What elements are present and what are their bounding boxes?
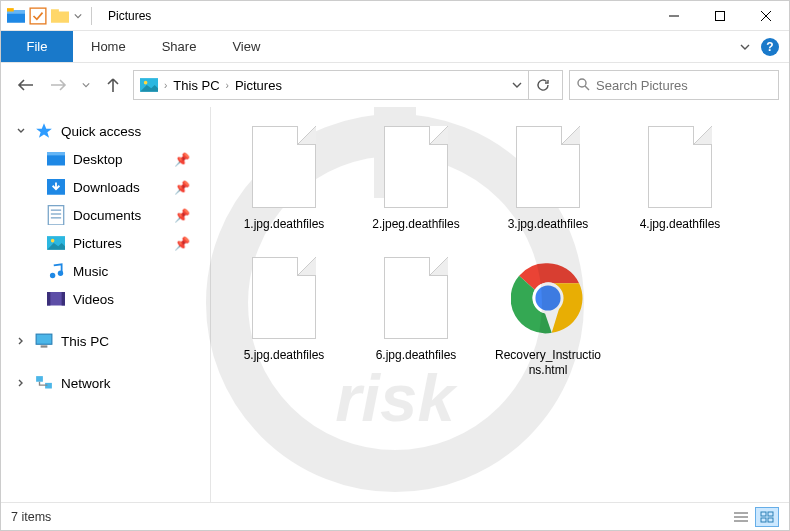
status-bar: 7 items <box>1 502 789 530</box>
ribbon: File Home Share View ? <box>1 31 789 63</box>
file-item[interactable]: 4.jpg.deathfiles <box>625 121 735 232</box>
file-name-label: 2.jpeg.deathfiles <box>372 217 459 232</box>
blank-file-icon <box>379 252 453 344</box>
ribbon-expand-icon[interactable] <box>739 38 751 56</box>
documents-icon <box>47 207 65 223</box>
svg-line-13 <box>585 86 589 90</box>
downloads-icon <box>47 179 65 195</box>
music-icon <box>47 263 65 279</box>
quick-access-label: Quick access <box>61 124 141 139</box>
help-icon[interactable]: ? <box>761 38 779 56</box>
svg-rect-2 <box>7 8 14 11</box>
search-field[interactable] <box>596 78 772 93</box>
breadcrumb-pictures[interactable]: Pictures <box>235 78 282 93</box>
refresh-button[interactable] <box>528 71 556 99</box>
status-item-count: 7 items <box>11 510 51 524</box>
videos-icon <box>47 291 65 307</box>
details-view-button[interactable] <box>729 507 753 527</box>
file-item[interactable]: 1.jpg.deathfiles <box>229 121 339 232</box>
file-item[interactable]: 6.jpg.deathfiles <box>361 252 471 378</box>
sidebar-quick-access[interactable]: Quick access <box>1 117 210 145</box>
sidebar-item-videos[interactable]: Videos <box>1 285 210 313</box>
svg-point-37 <box>535 285 560 310</box>
svg-rect-32 <box>41 346 48 348</box>
file-list[interactable]: 1.jpg.deathfiles2.jpeg.deathfiles3.jpg.d… <box>211 107 789 502</box>
file-name-label: 4.jpg.deathfiles <box>640 217 721 232</box>
sidebar-this-pc[interactable]: This PC <box>1 327 210 355</box>
sidebar-item-music[interactable]: Music <box>1 257 210 285</box>
sidebar-item-documents[interactable]: Documents 📌 <box>1 201 210 229</box>
pin-icon: 📌 <box>174 180 190 195</box>
sidebar-network[interactable]: Network <box>1 369 210 397</box>
svg-point-25 <box>51 239 55 243</box>
sidebar-item-label: Music <box>73 264 108 279</box>
pin-icon: 📌 <box>174 152 190 167</box>
sidebar-item-desktop[interactable]: Desktop 📌 <box>1 145 210 173</box>
chrome-icon <box>511 252 585 344</box>
file-name-label: 6.jpg.deathfiles <box>376 348 457 363</box>
svg-rect-41 <box>761 512 766 516</box>
file-name-label: 1.jpg.deathfiles <box>244 217 325 232</box>
large-icons-view-button[interactable] <box>755 507 779 527</box>
blank-file-icon <box>247 121 321 213</box>
expand-icon[interactable] <box>15 378 27 388</box>
collapse-icon[interactable] <box>15 126 27 136</box>
nav-forward-button[interactable] <box>45 71 73 99</box>
address-dropdown-icon[interactable] <box>512 78 522 93</box>
svg-rect-33 <box>36 376 43 382</box>
pin-icon: 📌 <box>174 208 190 223</box>
svg-rect-20 <box>48 205 63 224</box>
nav-up-button[interactable] <box>99 71 127 99</box>
svg-rect-18 <box>47 152 65 155</box>
svg-point-11 <box>144 81 148 85</box>
sidebar-item-downloads[interactable]: Downloads 📌 <box>1 173 210 201</box>
ribbon-tab-view[interactable]: View <box>214 31 278 62</box>
minimize-button[interactable] <box>651 1 697 31</box>
blank-file-icon <box>511 121 585 213</box>
file-item[interactable]: Recovery_Instructions.html <box>493 252 603 378</box>
this-pc-label: This PC <box>61 334 109 349</box>
breadcrumb-this-pc[interactable]: This PC <box>173 78 219 93</box>
svg-rect-3 <box>30 8 46 24</box>
qat-newfolder-icon[interactable] <box>51 7 69 25</box>
qat-dropdown-icon[interactable] <box>73 7 83 25</box>
star-icon <box>35 123 53 139</box>
sidebar-item-label: Desktop <box>73 152 123 167</box>
chevron-right-icon[interactable]: › <box>164 80 167 91</box>
sidebar-item-label: Pictures <box>73 236 122 251</box>
address-bar[interactable]: › This PC › Pictures <box>133 70 563 100</box>
file-item[interactable]: 5.jpg.deathfiles <box>229 252 339 378</box>
nav-back-button[interactable] <box>11 71 39 99</box>
navigation-pane: Quick access Desktop 📌 Downloads 📌 Docum… <box>1 107 211 502</box>
svg-rect-7 <box>716 11 725 20</box>
expand-icon[interactable] <box>15 336 27 346</box>
ribbon-tab-share[interactable]: Share <box>144 31 215 62</box>
chevron-right-icon[interactable]: › <box>226 80 229 91</box>
sidebar-item-label: Videos <box>73 292 114 307</box>
sidebar-item-label: Downloads <box>73 180 140 195</box>
svg-rect-29 <box>47 292 50 306</box>
maximize-button[interactable] <box>697 1 743 31</box>
network-icon <box>35 375 53 391</box>
nav-recent-dropdown[interactable] <box>79 71 93 99</box>
sidebar-item-pictures[interactable]: Pictures 📌 <box>1 229 210 257</box>
blank-file-icon <box>247 252 321 344</box>
ribbon-file-tab[interactable]: File <box>1 31 73 62</box>
ribbon-tab-home[interactable]: Home <box>73 31 144 62</box>
blank-file-icon <box>643 121 717 213</box>
search-input[interactable] <box>569 70 779 100</box>
this-pc-icon <box>35 333 53 349</box>
close-button[interactable] <box>743 1 789 31</box>
blank-file-icon <box>379 121 453 213</box>
desktop-icon <box>47 151 65 167</box>
file-name-label: 5.jpg.deathfiles <box>244 348 325 363</box>
file-item[interactable]: 3.jpg.deathfiles <box>493 121 603 232</box>
svg-rect-31 <box>36 334 52 344</box>
file-name-label: 3.jpg.deathfiles <box>508 217 589 232</box>
svg-point-27 <box>58 271 63 276</box>
file-item[interactable]: 2.jpeg.deathfiles <box>361 121 471 232</box>
qat-properties-icon[interactable] <box>29 7 47 25</box>
pin-icon: 📌 <box>174 236 190 251</box>
pictures-icon <box>47 235 65 251</box>
address-bar-row: › This PC › Pictures <box>1 63 789 107</box>
